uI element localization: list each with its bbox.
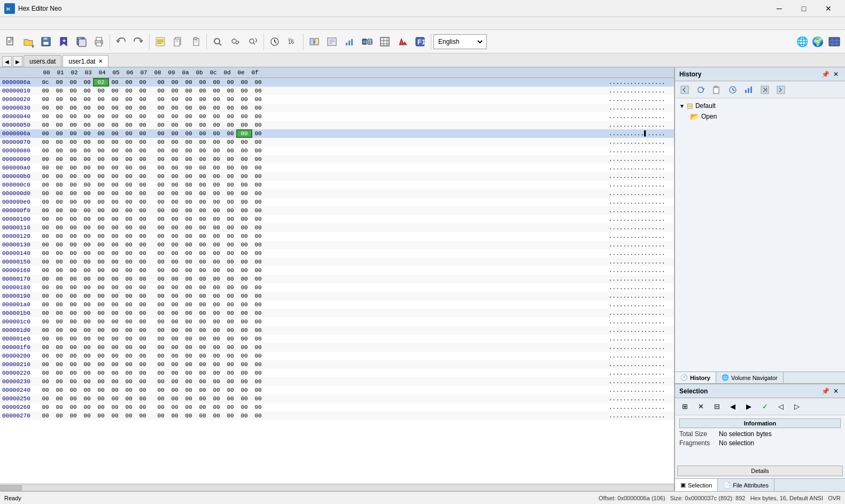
hex-byte[interactable]: 00 — [136, 284, 150, 291]
hex-byte[interactable]: 00 — [66, 413, 80, 419]
paste-button[interactable] — [187, 33, 204, 50]
hex-byte[interactable]: 00 — [182, 250, 196, 257]
hex-row[interactable]: 0000003000000000000000000000000000000000… — [0, 104, 674, 112]
hex-byte[interactable]: 00 — [136, 344, 150, 351]
hex-byte[interactable]: 00 — [251, 122, 265, 128]
hex-byte[interactable]: 00 — [52, 267, 66, 274]
hex-byte[interactable]: 0c — [38, 79, 52, 86]
hex-byte[interactable]: 00 — [196, 250, 210, 257]
hex-row[interactable]: 0000008000000000000000000000000000000000… — [0, 146, 674, 155]
hex-byte[interactable]: 00 — [66, 182, 80, 188]
hex-byte[interactable]: 00 — [122, 105, 136, 111]
hex-byte[interactable]: 00 — [237, 165, 251, 171]
hex-byte[interactable]: 00 — [251, 105, 265, 111]
sel-grid-button[interactable]: ⊞ — [677, 400, 692, 414]
hex-byte[interactable]: 00 — [182, 139, 196, 145]
sel-prev-button[interactable]: ◀ — [725, 400, 740, 414]
hex-byte[interactable]: 00 — [210, 387, 223, 393]
hex-byte[interactable]: 00 — [66, 370, 80, 376]
hex-byte[interactable]: 00 — [210, 224, 223, 231]
hex-byte[interactable]: 00 — [122, 284, 136, 291]
open-button[interactable]: ▼ — [20, 33, 37, 50]
hex-byte[interactable]: 00 — [168, 327, 182, 334]
statistics-button[interactable] — [341, 33, 358, 50]
hex-byte[interactable]: 00 — [168, 293, 182, 299]
hex-byte[interactable]: 00 — [52, 139, 66, 145]
hist-refresh-button[interactable] — [693, 83, 708, 97]
hex-byte[interactable]: 00 — [94, 105, 108, 111]
hex-byte[interactable]: 00 — [237, 319, 251, 325]
help-button[interactable]: F1 — [412, 33, 429, 50]
hex-byte[interactable]: 00 — [136, 199, 150, 205]
hex-byte[interactable]: 00 — [251, 267, 265, 274]
hex-byte[interactable]: 00 — [38, 370, 52, 376]
hex-row[interactable]: 0000027000000000000000000000000000000000… — [0, 412, 674, 420]
sel-next-button[interactable]: ▶ — [741, 400, 756, 414]
hex-byte[interactable]: 00 — [80, 105, 94, 111]
history-pin-button[interactable]: 📌 — [820, 69, 830, 79]
hex-byte[interactable]: 00 — [38, 182, 52, 188]
hex-byte[interactable]: 00 — [154, 276, 168, 282]
hex-byte[interactable]: 00 — [182, 276, 196, 282]
hex-byte[interactable]: 00 — [154, 190, 168, 197]
hex-byte[interactable]: 00 — [154, 122, 168, 128]
hex-byte[interactable]: 00 — [223, 105, 237, 111]
hex-byte[interactable]: 00 — [94, 113, 108, 120]
hex-byte[interactable]: 00 — [210, 130, 223, 137]
hex-byte[interactable]: 00 — [168, 242, 182, 248]
tab-file-attributes[interactable]: 📄 File Attributes — [718, 479, 774, 491]
hex-byte[interactable]: 00 — [136, 122, 150, 128]
hex-byte[interactable]: 00 — [108, 370, 122, 376]
hex-byte[interactable]: 00 — [108, 96, 122, 103]
hex-byte[interactable]: 00 — [251, 413, 265, 419]
hex-byte[interactable]: 00 — [223, 301, 237, 308]
hex-byte[interactable]: 00 — [80, 224, 94, 231]
hex-byte[interactable]: 00 — [182, 387, 196, 393]
hex-byte[interactable]: 00 — [154, 267, 168, 274]
hex-byte[interactable]: 00 — [80, 387, 94, 393]
hex-byte[interactable]: 00 — [94, 224, 108, 231]
hex-byte[interactable]: 00 — [108, 327, 122, 334]
hex-byte[interactable]: 00 — [122, 250, 136, 257]
hex-byte[interactable]: 00 — [154, 284, 168, 291]
hex-byte[interactable]: 00 — [210, 113, 223, 120]
hex-byte[interactable]: 00 — [251, 276, 265, 282]
hex-byte[interactable]: 00 — [168, 284, 182, 291]
grid-button[interactable] — [376, 33, 393, 50]
hex-byte[interactable]: 00 — [94, 276, 108, 282]
hex-byte[interactable]: 00 — [38, 387, 52, 393]
hex-byte[interactable]: 00 — [251, 182, 265, 188]
hex-row[interactable]: 000000d000000000000000000000000000000000… — [0, 189, 674, 198]
hex-byte[interactable]: 00 — [38, 344, 52, 351]
hex-row[interactable]: 0000025000000000000000000000000000000000… — [0, 394, 674, 403]
hex-byte[interactable]: 00 — [38, 156, 52, 162]
selection-pin-button[interactable]: 📌 — [820, 386, 830, 396]
hex-byte[interactable]: 00 — [80, 207, 94, 214]
tab-users-dat[interactable]: users.dat — [24, 55, 61, 67]
hex-byte[interactable]: 00 — [136, 319, 150, 325]
hex-byte[interactable]: 00 — [182, 284, 196, 291]
hex-byte[interactable]: 00 — [80, 344, 94, 351]
hex-byte[interactable]: 00 — [210, 267, 223, 274]
hex-byte[interactable]: 00 — [237, 344, 251, 351]
hex-byte[interactable]: 00 — [94, 396, 108, 402]
hex-byte[interactable]: 00 — [108, 233, 122, 239]
hex-byte[interactable]: 00 — [251, 130, 265, 137]
hex-byte[interactable]: 00 — [237, 182, 251, 188]
hex-byte[interactable]: 00 — [168, 336, 182, 342]
hex-byte[interactable]: 00 — [237, 130, 251, 137]
hex-byte[interactable]: 00 — [136, 396, 150, 402]
hex-byte[interactable]: 00 — [251, 165, 265, 171]
hex-byte[interactable]: 00 — [122, 404, 136, 410]
hex-byte[interactable]: 00 — [237, 224, 251, 231]
hex-byte[interactable]: 00 — [108, 353, 122, 359]
hex-byte[interactable]: 00 — [196, 88, 210, 94]
hex-byte[interactable]: 00 — [38, 276, 52, 282]
hex-byte[interactable]: 00 — [80, 233, 94, 239]
hex-byte[interactable]: 00 — [223, 182, 237, 188]
hex-byte[interactable]: 00 — [52, 284, 66, 291]
hex-byte[interactable]: 00 — [154, 233, 168, 239]
tab-user1-dat-close[interactable]: ✕ — [98, 58, 103, 64]
hex-byte[interactable]: 00 — [168, 259, 182, 265]
hex-byte[interactable]: 00 — [94, 233, 108, 239]
